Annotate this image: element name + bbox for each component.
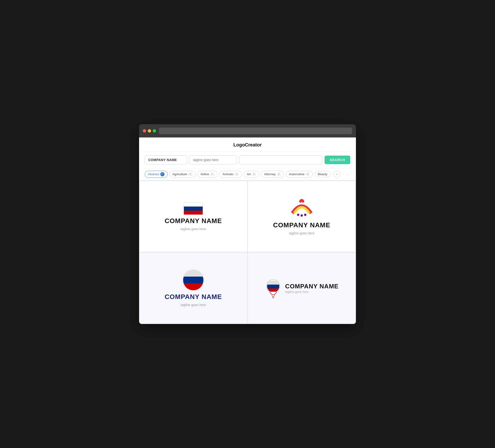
- logo-card-1[interactable]: COMPANY NAME tagline goes here: [139, 181, 247, 252]
- category-label: Agriculture: [173, 172, 187, 176]
- svg-point-7: [304, 214, 306, 216]
- circle-stripe-white: [183, 270, 203, 277]
- category-chip-automotive[interactable]: Automotive ✓: [286, 171, 313, 178]
- check-icon: ✓: [160, 172, 165, 176]
- check-icon: ✓: [305, 172, 310, 176]
- category-label: Airline: [201, 172, 209, 176]
- svg-point-5: [297, 214, 299, 216]
- category-chip-agriculture[interactable]: Agriculture ✓: [169, 171, 196, 178]
- logo1-tagline: tagline goes here: [180, 227, 206, 231]
- category-label: Animals: [222, 172, 233, 176]
- logo4-text: COMPANY NAME tagline goes here: [285, 283, 339, 294]
- category-bar: Abstract ✓ Agriculture ✓ Airline ✓ Anima…: [139, 168, 356, 181]
- category-next-button[interactable]: →: [333, 171, 340, 178]
- check-icon: ✓: [234, 172, 239, 176]
- circle-stripe-red: [183, 283, 203, 290]
- logo2-tagline: tagline goes here: [289, 231, 314, 235]
- check-icon: ✓: [188, 172, 192, 176]
- logo1-company-name: COMPANY NAME: [165, 217, 222, 225]
- circle-flag-graphic: [183, 269, 204, 291]
- browser-window: LogoCreator SEARCH Abstract ✓ Agricultur…: [139, 124, 356, 324]
- check-icon: ✓: [210, 172, 215, 176]
- logo-card-4[interactable]: COMPANY NAME tagline goes here: [248, 253, 356, 323]
- browser-toolbar: [139, 124, 356, 138]
- category-label: Abstract: [148, 172, 159, 176]
- extra-search-input[interactable]: [239, 155, 322, 164]
- pin-flag-graphic: [265, 279, 281, 298]
- logo-card-2[interactable]: COMPANY NAME tagline goes here: [248, 181, 356, 252]
- app-title: LogoCreator: [233, 142, 262, 147]
- maximize-button-dot[interactable]: [153, 129, 156, 133]
- category-chip-art[interactable]: Art ✓: [244, 171, 259, 178]
- flag-stripe-blue: [184, 207, 203, 210]
- category-label: Beauty: [318, 172, 327, 176]
- svg-point-6: [301, 214, 303, 217]
- category-chip-attorney[interactable]: Attorney ✓: [261, 171, 284, 178]
- logo4-company-name: COMPANY NAME: [285, 283, 339, 290]
- minimize-button-dot[interactable]: [148, 129, 151, 133]
- logo3-company-name: COMPANY NAME: [165, 293, 222, 301]
- category-label: Attorney: [264, 172, 275, 176]
- logo-card-3[interactable]: COMPANY NAME tagline goes here: [139, 253, 247, 323]
- logo-card-4-inner: COMPANY NAME tagline goes here: [265, 279, 339, 298]
- logo-card-1-inner: COMPANY NAME tagline goes here: [165, 202, 222, 231]
- search-bar: SEARCH: [139, 152, 356, 168]
- sun-gear-graphic: [290, 198, 314, 219]
- tagline-input[interactable]: [190, 155, 237, 164]
- search-button[interactable]: SEARCH: [325, 156, 350, 164]
- check-icon: ✓: [252, 172, 256, 176]
- category-chip-animals[interactable]: Animals ✓: [220, 171, 242, 178]
- company-name-input[interactable]: [145, 155, 187, 164]
- flag-stripe-white: [184, 202, 203, 207]
- flag-stripe-red: [184, 210, 203, 215]
- flag-horizontal-graphic: [184, 202, 203, 215]
- logo-card-2-inner: COMPANY NAME tagline goes here: [273, 198, 330, 235]
- logo-card-3-inner: COMPANY NAME tagline goes here: [165, 269, 222, 307]
- logo2-company-name: COMPANY NAME: [273, 221, 330, 229]
- logo-grid: COMPANY NAME tagline goes here: [139, 181, 356, 324]
- url-bar[interactable]: [159, 127, 352, 134]
- app-content: LogoCreator SEARCH Abstract ✓ Agricultur…: [139, 138, 356, 324]
- category-chip-airline[interactable]: Airline ✓: [197, 171, 218, 178]
- circle-stripe-blue: [183, 277, 203, 283]
- app-header: LogoCreator: [139, 138, 356, 152]
- category-chip-abstract[interactable]: Abstract ✓: [145, 171, 168, 178]
- category-label: Art: [247, 172, 251, 176]
- category-chip-beauty[interactable]: Beauty: [315, 171, 330, 177]
- close-button-dot[interactable]: [143, 129, 146, 133]
- browser-dots: [143, 129, 156, 133]
- check-icon: ✓: [277, 172, 281, 176]
- svg-rect-11: [267, 285, 279, 288]
- category-label: Automotive: [289, 172, 304, 176]
- logo4-tagline: tagline goes here: [285, 290, 339, 294]
- logo3-tagline: tagline goes here: [180, 303, 206, 307]
